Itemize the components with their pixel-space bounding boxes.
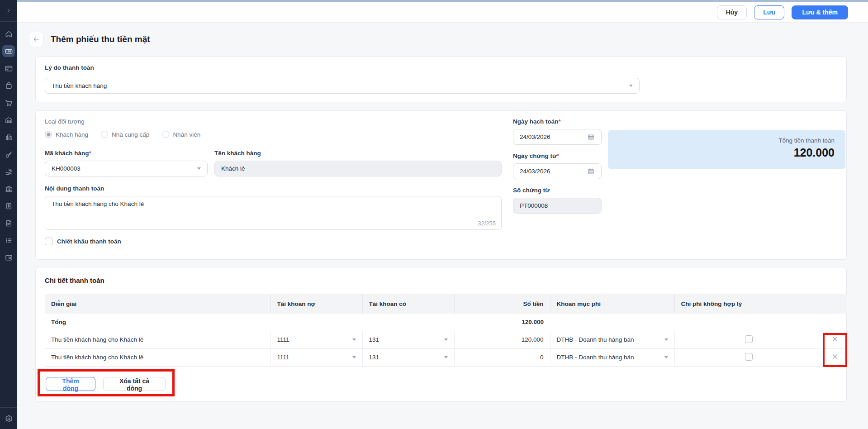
sidebar-item-document[interactable] [2,217,15,229]
sidebar-settings-button[interactable] [0,412,17,425]
document-date-label: Ngày chứng từ* [513,153,559,159]
chevron-down-icon [664,356,668,358]
document-number-input: PT000008 [513,198,602,214]
chevron-down-icon [444,338,448,341]
total-payment-label: Tổng tiền thanh toán [608,137,835,144]
radio-supplier[interactable]: Nhà cung cấp [101,131,149,138]
sidebar-item-shopping-cart[interactable] [2,97,15,109]
sidebar-item-shopping-bag[interactable] [2,80,15,91]
chevron-down-icon [352,356,356,358]
sidebar-item-hand-coins[interactable] [2,166,15,177]
required-mark: * [559,118,561,125]
credit-account-select[interactable]: 131 [369,336,448,343]
col-debit-account: Tài khoản nợ [270,294,362,314]
shopping-bag-icon [5,81,13,90]
calendar-icon [587,133,595,141]
sidebar-item-wallet[interactable] [2,252,15,263]
wallet-icon [5,253,13,262]
discount-checkbox-label: Chiết khấu thanh toán [57,238,121,245]
radio-customer-label: Khách hàng [56,131,88,138]
debit-account-select[interactable]: 1111 [277,354,356,361]
cancel-button[interactable]: Hủy [717,5,747,19]
table-row: Thu tiền khách hàng cho Khách lẻ 1111 13… [45,348,847,366]
table-actions: Thêm dòng Xóa tất cả dòng [46,377,166,391]
back-button[interactable] [29,32,43,47]
table-header-row: Diễn giải Tài khoản nợ Tài khoản có Số t… [45,294,847,314]
gear-icon [5,415,13,423]
col-amount: Số tiền [454,294,550,314]
invalid-expense-checkbox[interactable] [745,353,753,361]
document-date-value: 24/03/2026 [520,168,550,175]
save-and-add-button[interactable]: Lưu & thêm [792,5,848,19]
total-payment-box: Tổng tiền thanh toán 120.000 [608,130,845,169]
radio-employee[interactable]: Nhân viên [162,131,200,138]
posting-date-value: 24/03/2026 [520,133,550,140]
expense-category-select[interactable]: DTHB - Doanh thu hàng bán [557,354,668,361]
sidebar-divider [0,21,17,22]
total-row: Tổng 120.000 [45,314,847,331]
radio-icon [45,131,52,138]
receipt-dollar-icon [5,202,13,210]
sidebar-item-credit-card[interactable] [2,62,15,74]
save-button[interactable]: Lưu [754,5,784,19]
details-card: Chi tiết thanh toán Diễn giải Tài khoản … [35,267,847,402]
payment-content-textarea[interactable]: Thu tiền khách hàng cho Khách lẻ 32/255 [45,196,502,230]
radio-employee-label: Nhân viên [173,131,200,138]
credit-card-icon [5,64,13,73]
payment-details-table: Diễn giải Tài khoản nợ Tài khoản có Số t… [45,294,847,367]
discount-checkbox-row: Chiết khấu thanh toán [45,238,121,245]
row-amount[interactable]: 0 [454,348,550,366]
sidebar-nav [0,28,17,263]
col-credit-account: Tài khoản có [362,294,454,314]
discount-checkbox[interactable] [45,238,52,245]
invalid-expense-checkbox[interactable] [745,335,753,343]
delete-all-rows-button[interactable]: Xóa tất cả dòng [103,377,166,391]
add-row-button[interactable]: Thêm dòng [46,377,95,391]
sidebar-item-key[interactable] [2,148,15,160]
sidebar-item-cash-register[interactable] [2,45,15,57]
details-title: Chi tiết thanh toán [45,276,104,284]
sidebar-item-receipt-dollar[interactable] [2,200,15,212]
app-canvas: Hủy Lưu Lưu & thêm Thêm phiếu thu tiền m… [0,0,868,429]
sidebar-item-bank[interactable] [2,183,15,195]
credit-account-select[interactable]: 131 [369,354,448,361]
sidebar-item-warehouse[interactable] [2,114,15,126]
object-type-label: Loại đối tượng [45,118,85,125]
document-date-input[interactable]: 24/03/2026 [513,163,602,179]
sidebar-expand-button[interactable] [0,4,17,17]
delete-row-button[interactable] [830,352,840,362]
chevron-down-icon [444,356,448,358]
reason-select[interactable]: Thu tiền khách hàng [45,78,640,94]
chevron-down-icon [352,338,356,341]
sidebar-item-office-building[interactable] [2,131,15,143]
row-description[interactable]: Thu tiền khách hàng cho Khách lẻ [45,348,270,366]
radio-supplier-label: Nhà cung cấp [112,131,149,138]
object-type-radio-group: Khách hàng Nhà cung cấp Nhân viên [45,131,200,138]
customer-code-select[interactable]: KH000003 [45,161,208,176]
posting-date-input[interactable]: 24/03/2026 [513,129,602,145]
sidebar-divider [0,407,17,408]
customer-name-input: Khách lẻ [214,161,502,176]
chevron-down-icon [629,85,633,87]
row-description[interactable]: Thu tiền khách hàng cho Khách lẻ [45,331,270,348]
radio-customer[interactable]: Khách hàng [45,131,88,138]
sidebar-item-home[interactable] [2,28,15,40]
char-counter: 32/255 [478,220,496,227]
document-number-value: PT000008 [520,202,548,209]
payment-content-label: Nội dung thanh toán [45,185,104,192]
list-icon [5,236,13,245]
debit-account-select[interactable]: 1111 [277,336,356,343]
reason-label: Lý do thanh toán [45,64,94,71]
chevron-right-icon [5,7,12,14]
required-mark: * [557,153,559,159]
arrow-left-icon [33,36,40,43]
chevron-down-icon [664,338,668,341]
row-amount[interactable]: 120.000 [454,331,550,348]
delete-row-button[interactable] [830,334,840,345]
home-icon [5,30,13,38]
key-icon [5,150,13,159]
cash-register-icon [5,47,13,56]
expense-category-select[interactable]: DTHB - Doanh thu hàng bán [557,336,668,343]
radio-icon [101,131,108,138]
sidebar-item-list[interactable] [2,234,15,246]
